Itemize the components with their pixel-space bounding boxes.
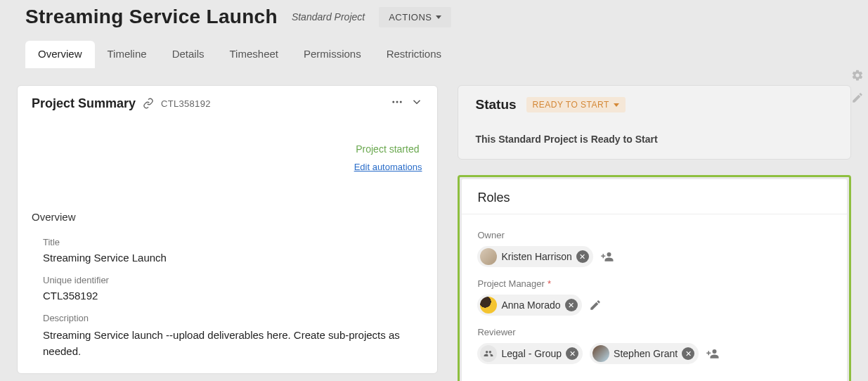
desc-field-value: Streaming Service launch --upload delive… [43, 328, 408, 359]
group-icon [480, 345, 497, 362]
add-person-icon[interactable] [706, 347, 721, 360]
project-started-label: Project started [32, 143, 423, 155]
roles-title: Roles [462, 179, 847, 214]
owner-label: Owner [477, 230, 831, 240]
reviewer-chip-group[interactable]: Legal - Group ✕ [477, 343, 583, 364]
remove-icon[interactable]: ✕ [565, 299, 578, 311]
avatar [480, 248, 497, 265]
avatar [480, 297, 497, 314]
edit-automations-link[interactable]: Edit automations [354, 162, 422, 172]
chip-name: Legal - Group [501, 348, 562, 359]
tab-restrictions[interactable]: Restrictions [374, 41, 454, 68]
status-title: Status [475, 97, 516, 112]
svg-point-2 [400, 101, 402, 103]
actions-button[interactable]: ACTIONS [379, 7, 451, 27]
edit-pm-icon[interactable] [589, 299, 602, 311]
reviewer-chip-person[interactable]: Stephen Grant ✕ [590, 343, 699, 364]
tab-overview[interactable]: Overview [25, 41, 95, 68]
pm-label-text: Project Manager [477, 278, 544, 289]
roles-card: Roles Owner Kristen Harrison ✕ [462, 179, 847, 381]
summary-title: Project Summary [32, 96, 136, 111]
add-person-icon[interactable] [600, 250, 616, 263]
remove-icon[interactable]: ✕ [566, 347, 578, 360]
caret-down-icon [436, 15, 441, 19]
chevron-down-icon[interactable] [410, 96, 423, 111]
project-summary-card: Project Summary CTL358192 Project starte… [17, 85, 438, 374]
tab-details[interactable]: Details [160, 41, 217, 68]
status-description: This Standard Project is Ready to Start [475, 134, 834, 145]
uid-field-value: CTL358192 [43, 290, 423, 302]
status-badge[interactable]: READY TO START [526, 97, 626, 112]
project-type-label: Standard Project [292, 11, 365, 22]
status-card: Status READY TO START This Standard Proj… [458, 85, 851, 160]
overview-section-label: Overview [32, 211, 423, 223]
link-icon[interactable] [143, 98, 154, 109]
chip-name: Anna Morado [501, 299, 560, 311]
chip-name: Kristen Harrison [501, 251, 571, 262]
gear-icon[interactable] [851, 69, 864, 84]
title-field-label: Title [43, 237, 423, 247]
svg-point-1 [396, 101, 399, 103]
caret-down-icon [614, 103, 619, 107]
tab-permissions[interactable]: Permissions [291, 41, 374, 68]
owner-chip[interactable]: Kristen Harrison ✕ [477, 246, 592, 267]
svg-point-0 [393, 101, 395, 103]
tab-timesheet[interactable]: Timesheet [217, 41, 291, 68]
pm-label: Project Manager* [477, 278, 831, 289]
tab-timeline[interactable]: Timeline [95, 41, 160, 68]
required-marker: * [548, 278, 551, 289]
pencil-icon[interactable] [851, 91, 864, 107]
uid-field-label: Unique identifier [43, 275, 423, 285]
actions-label: ACTIONS [389, 12, 432, 22]
pm-chip[interactable]: Anna Morado ✕ [477, 295, 581, 316]
title-field-value: Streaming Service Launch [43, 252, 423, 264]
remove-icon[interactable]: ✕ [576, 250, 589, 263]
project-id: CTL358192 [161, 98, 211, 109]
avatar [592, 345, 609, 362]
status-badge-label: READY TO START [533, 100, 609, 110]
remove-icon[interactable]: ✕ [682, 347, 694, 360]
more-icon[interactable] [391, 96, 403, 111]
page-title: Streaming Service Launch [25, 6, 278, 28]
chip-name: Stephen Grant [614, 348, 678, 359]
roles-highlight: Roles Owner Kristen Harrison ✕ [458, 175, 851, 381]
tabs: Overview Timeline Details Timesheet Perm… [25, 41, 848, 68]
reviewer-label: Reviewer [477, 327, 831, 337]
desc-field-label: Description [43, 313, 423, 323]
